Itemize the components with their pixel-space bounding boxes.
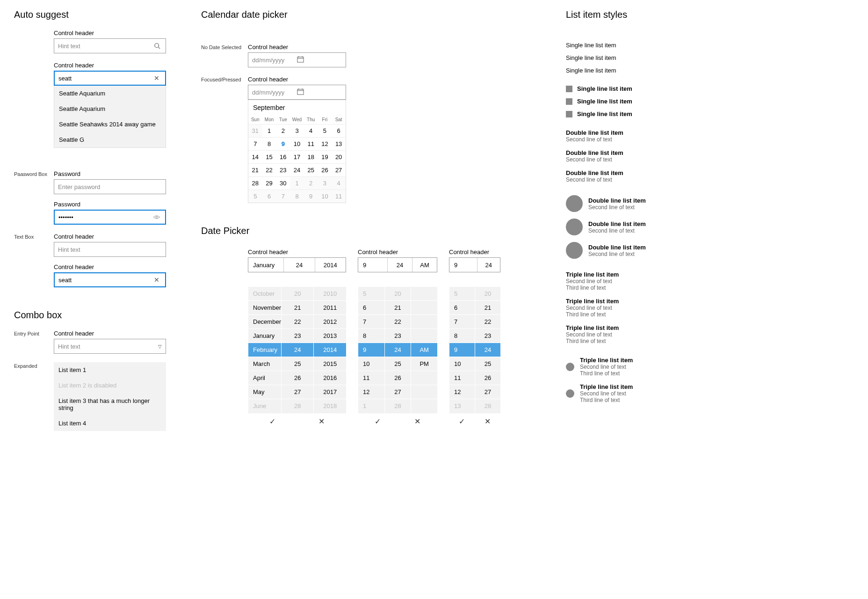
- spinner-cell[interactable]: 27: [281, 385, 314, 399]
- picker-segment[interactable]: AM: [412, 258, 437, 272]
- spinner-cell[interactable]: 20: [475, 286, 500, 300]
- spinner-cell[interactable]: [411, 300, 437, 314]
- autosuggest-text-1[interactable]: [58, 43, 152, 50]
- spinner-cell[interactable]: 7: [358, 314, 384, 329]
- spinner-cell[interactable]: 25: [475, 357, 500, 371]
- picker-segment[interactable]: 2014: [315, 258, 346, 272]
- spinner-cell[interactable]: 25: [281, 357, 314, 371]
- picker-segment[interactable]: January: [248, 258, 283, 272]
- calendar-day[interactable]: 24: [290, 163, 304, 176]
- cancel-icon[interactable]: ✕: [398, 413, 437, 430]
- spinner-cell[interactable]: 2015: [313, 357, 346, 371]
- autosuggest-option[interactable]: Seattle Aquarium: [54, 86, 166, 101]
- calendar-day[interactable]: 19: [318, 150, 332, 163]
- calendar-day[interactable]: 30: [276, 176, 290, 190]
- calendar-day[interactable]: 28: [248, 176, 262, 190]
- spinner-cell[interactable]: 26: [281, 371, 314, 385]
- spinner-cell[interactable]: February: [248, 343, 281, 357]
- calendar-day[interactable]: 18: [304, 150, 318, 163]
- calendar-flyout[interactable]: September SunMonTueWedThuFriSat 31123456…: [248, 100, 346, 203]
- spinner-cell[interactable]: 20: [384, 286, 411, 300]
- list-item[interactable]: Triple line list itemSecond line of text…: [566, 294, 669, 321]
- spinner-cell[interactable]: 12: [449, 385, 475, 399]
- autosuggest-input-2[interactable]: ✕: [54, 71, 166, 86]
- spinner-cell[interactable]: 11: [358, 371, 384, 385]
- spinner-cell[interactable]: 22: [281, 314, 314, 329]
- cancel-icon[interactable]: ✕: [475, 413, 500, 430]
- spinner-cell[interactable]: 24: [475, 343, 500, 357]
- calendar-day[interactable]: 11: [304, 137, 318, 150]
- calendar-day[interactable]: 6: [332, 124, 346, 137]
- calendar-day[interactable]: 21: [248, 163, 262, 176]
- spinner-3[interactable]: 5678910111213202122232425262728 ✓ ✕: [449, 286, 500, 430]
- password-text-1[interactable]: [58, 183, 162, 190]
- spinner-cell[interactable]: [411, 385, 437, 399]
- chevron-down-icon[interactable]: ▽: [158, 344, 162, 349]
- clear-icon[interactable]: ✕: [152, 275, 161, 285]
- spinner-cell[interactable]: 2016: [313, 371, 346, 385]
- reveal-password-icon[interactable]: [152, 212, 161, 222]
- calendar-day[interactable]: 11: [332, 190, 346, 203]
- calendar-day[interactable]: 22: [262, 163, 276, 176]
- picker-box-1[interactable]: January242014: [248, 257, 346, 272]
- picker-segment[interactable]: 9: [358, 258, 387, 272]
- calendar-day[interactable]: 13: [332, 137, 346, 150]
- list-item[interactable]: Triple line list itemSecond line of text…: [566, 353, 669, 380]
- calendar-day[interactable]: 7: [276, 190, 290, 203]
- spinner-cell[interactable]: [411, 371, 437, 385]
- autosuggest-option[interactable]: Seattle Seahawks 2014 away game: [54, 117, 166, 132]
- search-icon[interactable]: [152, 41, 162, 51]
- list-item[interactable]: Single line list item: [566, 51, 669, 64]
- combo-text[interactable]: [58, 343, 158, 350]
- spinner-cell[interactable]: 21: [384, 300, 411, 314]
- combo-option[interactable]: List item 1: [54, 362, 166, 378]
- calendar-month[interactable]: September: [248, 100, 346, 115]
- spinner-2[interactable]: 567891011121202122232425262728AMPM ✓ ✕: [358, 286, 437, 430]
- list-item[interactable]: Double line list itemSecond line of text: [566, 239, 669, 262]
- textbox-text-1[interactable]: [58, 246, 162, 253]
- spinner-cell[interactable]: 7: [449, 314, 475, 329]
- combo-input[interactable]: ▽: [54, 339, 166, 354]
- list-item[interactable]: Triple line list itemSecond line of text…: [566, 268, 669, 294]
- spinner-cell[interactable]: 27: [475, 385, 500, 399]
- picker-segment[interactable]: 24: [283, 258, 314, 272]
- calendar-day[interactable]: 5: [248, 190, 262, 203]
- picker-segment[interactable]: 24: [387, 258, 412, 272]
- autosuggest-text-2[interactable]: [58, 75, 152, 82]
- spinner-1[interactable]: OctoberNovemberDecemberJanuaryFebruaryMa…: [248, 286, 346, 430]
- calendar-day[interactable]: 12: [318, 137, 332, 150]
- cancel-icon[interactable]: ✕: [297, 413, 346, 430]
- list-item[interactable]: Double line list itemSecond line of text: [566, 126, 669, 146]
- spinner-cell[interactable]: June: [248, 399, 281, 413]
- list-item[interactable]: Single line list item: [566, 95, 669, 108]
- list-item[interactable]: Double line list itemSecond line of text: [566, 192, 669, 215]
- spinner-cell[interactable]: 2013: [313, 329, 346, 343]
- autosuggest-option[interactable]: Seattle Aquarium: [54, 101, 166, 117]
- calendar-day[interactable]: 9: [276, 137, 290, 150]
- calendar-day[interactable]: 15: [262, 150, 276, 163]
- accept-icon[interactable]: ✓: [248, 413, 297, 430]
- spinner-cell[interactable]: 1: [358, 399, 384, 413]
- spinner-cell[interactable]: January: [248, 329, 281, 343]
- spinner-cell[interactable]: 2012: [313, 314, 346, 329]
- spinner-cell[interactable]: 25: [384, 357, 411, 371]
- calendar-day[interactable]: 25: [304, 163, 318, 176]
- spinner-cell[interactable]: 9: [449, 343, 475, 357]
- password-text-2[interactable]: [58, 214, 152, 221]
- spinner-cell[interactable]: 22: [384, 314, 411, 329]
- calendar-day[interactable]: 2: [304, 176, 318, 190]
- spinner-cell[interactable]: 28: [475, 399, 500, 413]
- spinner-cell[interactable]: 9: [358, 343, 384, 357]
- textbox-input-2[interactable]: ✕: [54, 272, 166, 287]
- spinner-cell[interactable]: 23: [281, 329, 314, 343]
- spinner-cell[interactable]: 8: [358, 329, 384, 343]
- calendar-day[interactable]: 10: [318, 190, 332, 203]
- picker-box-2[interactable]: 924AM: [358, 257, 437, 272]
- spinner-cell[interactable]: 2014: [313, 343, 346, 357]
- spinner-cell[interactable]: [411, 399, 437, 413]
- spinner-cell[interactable]: April: [248, 371, 281, 385]
- spinner-cell[interactable]: [411, 286, 437, 300]
- autosuggest-option[interactable]: Seattle G: [54, 132, 166, 147]
- accept-icon[interactable]: ✓: [358, 413, 398, 430]
- spinner-cell[interactable]: 2010: [313, 286, 346, 300]
